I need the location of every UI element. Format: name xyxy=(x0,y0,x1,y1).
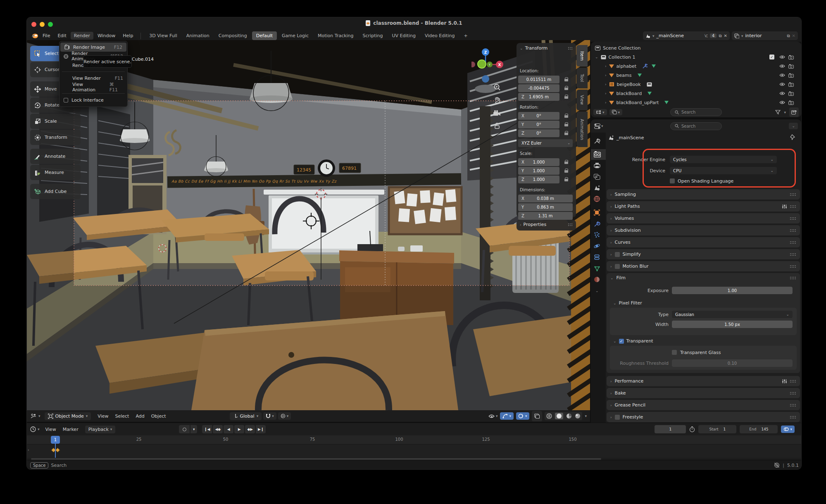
ptab-tool[interactable] xyxy=(594,138,600,146)
eye-icon[interactable] xyxy=(779,55,785,59)
scale-x-field[interactable]: X1.000 xyxy=(518,158,559,166)
lock-view-icon[interactable] xyxy=(494,122,500,129)
rotation-mode-dropdown[interactable]: XYZ Euler⌄ xyxy=(518,139,573,147)
tool-measure[interactable]: Measure xyxy=(30,165,81,180)
ptab-physics[interactable] xyxy=(594,243,600,251)
panel-motion-blur[interactable]: ›Motion Blur xyxy=(607,261,800,271)
outliner-row-beigebook[interactable]: › beigeBook xyxy=(591,80,801,89)
users-count[interactable]: 4 xyxy=(710,33,717,38)
panel-volumes[interactable]: ›Volumes xyxy=(607,213,800,223)
properties-search[interactable]: Search xyxy=(670,122,722,130)
jump-start-button[interactable]: ❙◀ xyxy=(202,425,212,433)
timeline-editor-icon[interactable] xyxy=(30,426,36,432)
properties-subpanel[interactable]: ›Properties xyxy=(517,220,576,231)
auto-key-dropdown[interactable]: ▾ xyxy=(190,425,197,433)
ntab-view[interactable]: View xyxy=(576,90,588,110)
viewport-menu-select[interactable]: Select xyxy=(115,414,129,419)
pin-icon[interactable] xyxy=(790,134,795,140)
start-frame-field[interactable]: Start1 xyxy=(698,425,736,433)
panel-performance[interactable]: ›Performance xyxy=(607,376,800,386)
mode-dropdown[interactable]: Object Mode ▾ xyxy=(45,412,91,420)
dim-x-field[interactable]: X0.038 m xyxy=(518,195,573,202)
sync-toggle[interactable]: ▾ xyxy=(781,426,795,433)
collection-checkbox[interactable]: ✓ xyxy=(769,55,774,59)
unlink-scene-icon[interactable]: ✕ xyxy=(724,33,727,38)
rotation-z-field[interactable]: Z0° xyxy=(518,129,559,137)
ptab-data[interactable] xyxy=(594,265,600,273)
ntab-animation[interactable]: Animation xyxy=(576,112,588,147)
shading-rendered[interactable] xyxy=(575,413,581,419)
camera-restrict-icon[interactable] xyxy=(788,73,794,78)
properties-editor-icon[interactable] xyxy=(594,124,600,129)
menu-item-view-animation[interactable]: View Animation ⌘ F11 xyxy=(60,83,127,92)
copy-scene-icon[interactable]: ⧉ xyxy=(719,33,721,38)
visibility-dropdown[interactable]: ▾ xyxy=(488,414,498,418)
tool-annotate[interactable]: Annotate xyxy=(30,149,81,164)
panel-title[interactable]: Transform xyxy=(525,45,548,51)
camera-view-icon[interactable] xyxy=(493,110,501,116)
tab-animation[interactable]: Animation xyxy=(182,31,214,40)
location-x-field[interactable]: 0.011511 m xyxy=(518,76,559,83)
scene-selector[interactable]: ▾ _mainScene ⟈ 4 ⧉ ✕ xyxy=(643,31,730,40)
editor-type-icon[interactable] xyxy=(30,413,37,419)
camera-restrict-icon[interactable] xyxy=(788,91,794,96)
type-dropdown[interactable]: Gaussian⌄ xyxy=(672,311,793,318)
outliner-row-alphabet[interactable]: › alphabet xyxy=(591,62,801,71)
outliner-row-scene-collection[interactable]: Scene Collection xyxy=(591,43,801,52)
scale-z-field[interactable]: Z1.000 xyxy=(518,176,559,183)
tab-game-logic[interactable]: Game Logic xyxy=(278,31,313,40)
next-keyframe-button[interactable]: ◆▶ xyxy=(245,425,255,433)
play-reverse-button[interactable]: ◀ xyxy=(224,425,233,433)
view-layer-selector[interactable]: ▾ interior ⧉ ✕ xyxy=(732,31,798,40)
exposure-field[interactable]: 1.00 xyxy=(672,287,793,294)
tool-transform[interactable]: Transform xyxy=(30,130,81,145)
ptab-more[interactable]: ⌄ xyxy=(595,289,599,293)
menu-render[interactable]: Render xyxy=(71,32,93,40)
proportional-edit-dropdown[interactable]: ▾ xyxy=(278,412,291,420)
jump-end-button[interactable]: ▶❙ xyxy=(256,425,266,433)
eye-icon[interactable] xyxy=(779,64,785,68)
panel-bake[interactable]: ›Bake xyxy=(607,388,800,398)
blender-logo[interactable] xyxy=(31,33,38,39)
nav-gizmo[interactable]: Z X Y xyxy=(471,47,509,84)
tab-default[interactable]: Default xyxy=(252,31,277,40)
lock-icon[interactable] xyxy=(564,114,568,118)
outliner-row-blackboard[interactable]: › blackBoard xyxy=(591,89,801,98)
outliner-filter-images[interactable]: ▾ xyxy=(609,109,623,115)
ptab-world[interactable] xyxy=(594,196,600,204)
sliders-icon[interactable] xyxy=(782,379,787,384)
lock-icon[interactable] xyxy=(564,169,568,173)
dim-z-field[interactable]: Z1.31 m xyxy=(518,212,573,220)
tab-add-workspace[interactable]: + xyxy=(460,31,472,40)
tool-add-cube[interactable]: Add Cube xyxy=(30,184,81,199)
magnet-icon[interactable] xyxy=(266,414,271,418)
camera-restrict-icon[interactable] xyxy=(788,100,794,105)
eye-icon[interactable] xyxy=(779,91,785,95)
panel-curves[interactable]: ›Curves xyxy=(607,237,800,247)
eye-icon[interactable] xyxy=(779,73,785,77)
shading-dropdown[interactable]: ▾ xyxy=(585,414,587,418)
outliner-row-blackboard-uppart[interactable]: › blackBoard_upPart xyxy=(591,98,801,107)
menu-item-view-render[interactable]: View Render F11 xyxy=(60,74,127,83)
properties-options[interactable]: ⌄ xyxy=(789,123,798,129)
pin-icon[interactable]: ⟈ xyxy=(705,33,708,38)
simplify-checkbox[interactable] xyxy=(615,252,620,257)
panel-light-paths[interactable]: ›Light Paths xyxy=(607,201,800,212)
freestyle-checkbox[interactable] xyxy=(615,415,620,420)
ntab-tool[interactable]: Tool xyxy=(576,68,588,88)
ptab-material[interactable] xyxy=(594,276,600,284)
ptab-object[interactable] xyxy=(594,209,600,217)
ntab-item[interactable]: Item xyxy=(576,45,588,67)
scale-y-field[interactable]: Y1.000 xyxy=(518,167,559,175)
tab-motion-tracking[interactable]: Motion Tracking xyxy=(314,31,358,40)
menu-file[interactable]: File xyxy=(39,32,53,40)
timeline-menu-view[interactable]: View xyxy=(45,427,56,432)
width-field[interactable]: 1.50 px xyxy=(672,321,793,328)
playhead[interactable]: 1 xyxy=(51,436,60,444)
ptab-constraints[interactable] xyxy=(594,254,600,262)
timer-icon[interactable] xyxy=(689,426,695,432)
menu-window[interactable]: Window xyxy=(94,32,119,40)
filter-icon[interactable] xyxy=(775,108,781,116)
viewport-menu-view[interactable]: View xyxy=(98,414,108,419)
copy-layer-icon[interactable]: ⧉ xyxy=(787,33,790,38)
